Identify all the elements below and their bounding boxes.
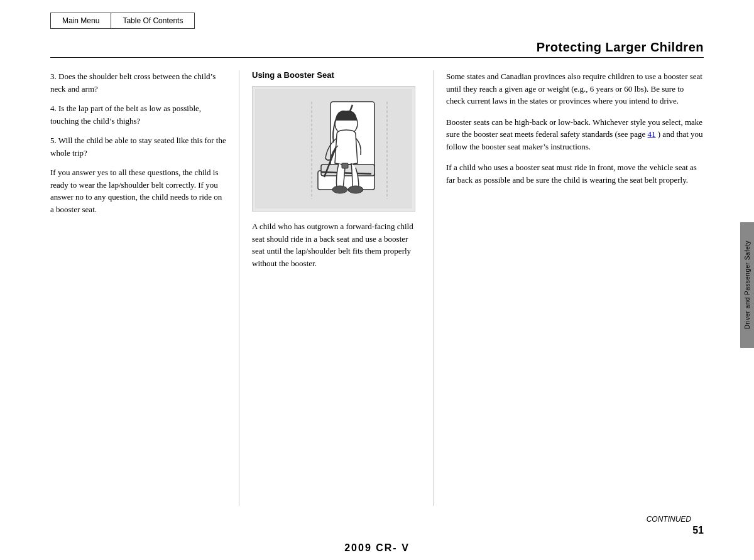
- page-number-row: 51: [0, 525, 754, 539]
- continued-text: CONTINUED: [647, 515, 691, 524]
- svg-point-8: [348, 186, 363, 193]
- booster-seat-heading: Using a Booster Seat: [252, 70, 420, 80]
- right-paragraph-1: Some states and Canadian provinces also …: [446, 70, 704, 107]
- left-column-paragraph: If you answer yes to all these questions…: [50, 166, 226, 215]
- right-paragraph-2-link[interactable]: 41: [648, 129, 656, 139]
- right-paragraph-3: If a child who uses a booster seat must …: [446, 161, 704, 186]
- right-column: Some states and Canadian provinces also …: [434, 70, 704, 506]
- svg-rect-9: [342, 163, 348, 168]
- middle-column: Using a Booster Seat: [239, 70, 434, 506]
- list-item-4: 4. Is the lap part of the belt as low as…: [50, 102, 226, 127]
- list-item-3-text: 3. Does the shoulder belt cross between …: [50, 72, 216, 94]
- toc-button[interactable]: Table Of Contents: [111, 13, 195, 29]
- car-model: 2009 CR- V: [344, 542, 410, 553]
- booster-seat-image: [252, 86, 415, 212]
- svg-point-7: [332, 186, 347, 193]
- list-item-3: 3. Does the shoulder belt cross between …: [50, 70, 226, 95]
- page-title-area: Protecting Larger Children: [0, 35, 754, 57]
- bottom-row: CONTINUED: [0, 512, 754, 525]
- page-title: Protecting Larger Children: [537, 40, 704, 54]
- main-content: 3. Does the shoulder belt cross between …: [0, 58, 754, 512]
- side-tab-text: Driver and Passenger Safety: [744, 240, 751, 329]
- page-container: Main Menu Table Of Contents Protecting L…: [0, 0, 754, 560]
- list-item-5-text: 5. Will the child be able to stay seated…: [50, 136, 226, 158]
- page-footer: 2009 CR- V: [0, 539, 754, 560]
- top-nav: Main Menu Table Of Contents: [0, 6, 754, 35]
- booster-seat-svg: [255, 89, 412, 208]
- middle-caption: A child who has outgrown a forward-facin…: [252, 220, 420, 269]
- page-number: 51: [692, 525, 704, 536]
- list-item-5: 5. Will the child be able to stay seated…: [50, 134, 226, 159]
- right-paragraph-2: Booster seats can be high-back or low-ba…: [446, 116, 704, 153]
- main-menu-button[interactable]: Main Menu: [50, 13, 111, 29]
- list-item-4-text: 4. Is the lap part of the belt as low as…: [50, 104, 201, 126]
- left-column: 3. Does the shoulder belt cross between …: [50, 70, 239, 506]
- side-tab: Driver and Passenger Safety: [740, 222, 754, 348]
